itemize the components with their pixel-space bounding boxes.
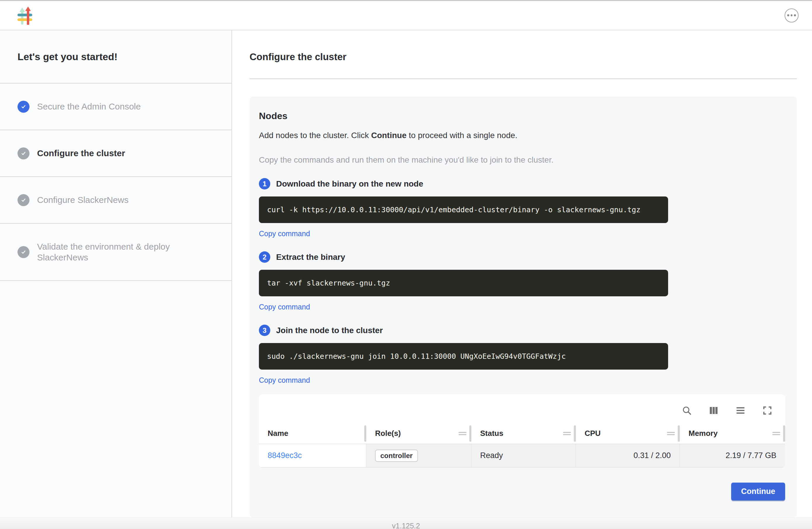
sidebar-step-label: Secure the Admin Console — [37, 101, 141, 112]
check-icon — [17, 147, 29, 159]
check-icon — [17, 194, 29, 206]
title-divider — [249, 78, 797, 79]
command-block: tar -xvf slackernews-gnu.tgz — [259, 270, 668, 296]
step-title: Download the binary on the new node — [276, 179, 423, 189]
sidebar-step-configure-slackernews[interactable]: Configure SlackerNews — [0, 177, 231, 224]
page-title: Configure the cluster — [249, 52, 797, 62]
node-cpu-cell: 0.31 / 2.00 — [576, 444, 680, 467]
drag-handle-icon — [667, 431, 675, 435]
app-footer: v1.125.2 — [0, 517, 812, 529]
drag-handle-icon — [459, 431, 466, 435]
table-row: 8849ec3c controller Ready 0.31 / 2.00 2.… — [259, 444, 785, 468]
step-title: Join the node to the cluster — [276, 326, 383, 335]
step-number-badge: 3 — [259, 325, 270, 336]
column-header-cpu[interactable]: CPU — [576, 423, 680, 444]
copy-command-link[interactable]: Copy command — [259, 376, 310, 385]
table-toolbar — [259, 395, 785, 423]
step-number-badge: 1 — [259, 178, 270, 189]
node-name-cell: 8849ec3c — [259, 444, 366, 467]
sidebar-step-secure-admin-console[interactable]: Secure the Admin Console — [0, 84, 231, 130]
nodes-table-card: Name Role(s) Status — [259, 395, 785, 468]
join-step-1: 1 Download the binary on the new node cu… — [259, 178, 785, 238]
nodes-intro: Add nodes to the cluster. Click Continue… — [259, 131, 785, 140]
search-icon[interactable] — [681, 405, 692, 416]
check-icon — [17, 101, 29, 113]
slackernews-logo — [17, 6, 34, 25]
density-icon[interactable] — [735, 405, 746, 416]
sidebar-step-validate-deploy[interactable]: Validate the environment & deploy Slacke… — [0, 224, 231, 281]
copy-command-link[interactable]: Copy command — [259, 229, 310, 238]
sidebar-step-label: Configure the cluster — [37, 148, 125, 159]
step-title: Extract the binary — [276, 253, 345, 262]
join-step-3: 3 Join the node to the cluster sudo ./sl… — [259, 325, 785, 385]
step-number-badge: 2 — [259, 252, 270, 263]
node-status-cell: Ready — [472, 444, 576, 467]
column-header-roles[interactable]: Role(s) — [366, 423, 472, 444]
column-resize-handle[interactable] — [563, 425, 576, 442]
copy-command-link[interactable]: Copy command — [259, 303, 310, 311]
sidebar-step-label: Configure SlackerNews — [37, 195, 128, 205]
table-header-row: Name Role(s) Status — [259, 423, 785, 444]
check-icon — [17, 246, 29, 258]
nodes-heading: Nodes — [259, 111, 785, 121]
command-block: curl -k https://10.0.0.11:30000/api/v1/e… — [259, 197, 668, 223]
copy-instructions: Copy the commands and run them on the ma… — [259, 155, 785, 165]
node-name-link[interactable]: 8849ec3c — [267, 451, 302, 460]
sidebar-title: Let's get you started! — [0, 30, 231, 84]
column-header-name[interactable]: Name — [259, 423, 366, 444]
view-columns-icon[interactable] — [708, 405, 719, 416]
sidebar-step-label: Validate the environment & deploy Slacke… — [37, 241, 203, 263]
main-content: Configure the cluster Nodes Add nodes to… — [232, 30, 812, 517]
continue-button[interactable]: Continue — [731, 483, 785, 500]
getting-started-page: Let's get you started! Secure the Admin … — [0, 0, 812, 529]
role-chip: controller — [375, 449, 418, 462]
column-resize-handle[interactable] — [364, 425, 366, 442]
drag-handle-icon — [563, 431, 571, 435]
sidebar-step-configure-cluster[interactable]: Configure the cluster — [0, 130, 231, 177]
column-resize-handle[interactable] — [667, 425, 680, 442]
drag-handle-icon — [772, 431, 780, 435]
command-block: sudo ./slackernews-gnu join 10.0.0.11:30… — [259, 343, 668, 370]
column-header-memory[interactable]: Memory — [680, 423, 785, 444]
column-resize-handle[interactable] — [772, 425, 785, 442]
ellipsis-icon — [787, 14, 789, 16]
column-header-status[interactable]: Status — [472, 423, 576, 444]
more-menu-button[interactable] — [785, 9, 799, 23]
join-step-2: 2 Extract the binary tar -xvf slackernew… — [259, 252, 785, 311]
setup-sidebar: Let's get you started! Secure the Admin … — [0, 30, 232, 517]
nodes-card: Nodes Add nodes to the cluster. Click Co… — [249, 97, 797, 517]
node-memory-cell: 2.19 / 7.77 GB — [680, 444, 785, 467]
version-label: v1.125.2 — [392, 522, 420, 529]
app-header — [0, 1, 812, 30]
fullscreen-icon[interactable] — [762, 405, 773, 416]
column-resize-handle[interactable] — [459, 425, 472, 442]
node-roles-cell: controller — [366, 444, 472, 467]
